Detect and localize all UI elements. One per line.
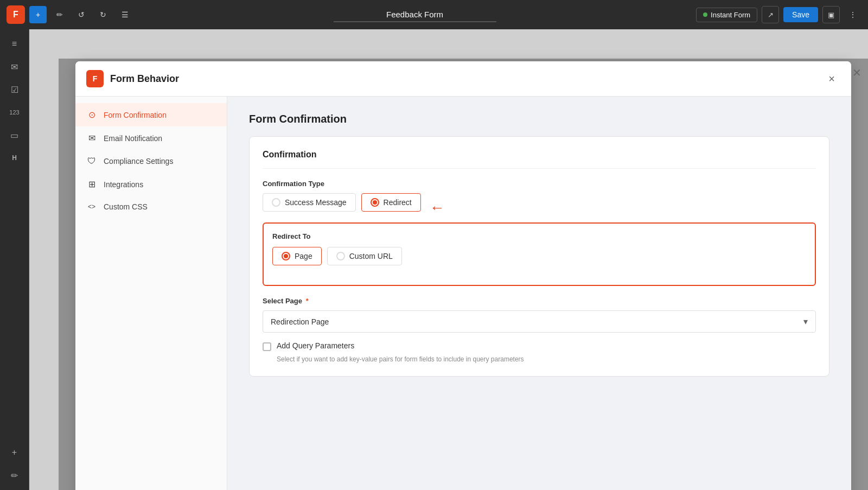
toolbar-logo: F xyxy=(7,5,25,24)
email-notification-icon: ✉ xyxy=(86,133,97,143)
modal-header: F Form Behavior × xyxy=(75,61,851,97)
add-query-checkbox[interactable] xyxy=(263,342,271,351)
right-close-button[interactable]: ✕ xyxy=(852,66,861,79)
modal-nav: ⊙ Form Confirmation ✉ Email Notification… xyxy=(75,97,227,490)
sidebar-icon-email[interactable]: ✉ xyxy=(4,56,25,77)
sidebar-icon-pencil[interactable]: ✏ xyxy=(4,465,25,486)
nav-item-custom-css[interactable]: <> Custom CSS xyxy=(75,196,227,218)
sidebar-icon-add[interactable]: + xyxy=(4,442,25,463)
radio-success-message[interactable]: Success Message xyxy=(263,193,356,212)
instant-form-button[interactable]: Instant Form xyxy=(696,8,757,22)
add-query-label: Add Query Parameters xyxy=(277,341,354,350)
sidebar-icon-layers[interactable]: ≡ xyxy=(4,34,25,54)
redirect-to-radio-group: Page Custom URL xyxy=(272,247,806,265)
radio-page-label: Page xyxy=(295,252,312,260)
nav-item-compliance-settings[interactable]: 🛡 Compliance Settings xyxy=(75,150,227,173)
radio-circle-page xyxy=(282,252,290,260)
sidebar-icon-device[interactable]: ▭ xyxy=(4,125,25,145)
radio-custom-url-label: Custom URL xyxy=(349,252,393,260)
more-button[interactable]: ⋮ xyxy=(844,6,861,23)
nav-label-form-confirmation: Form Confirmation xyxy=(104,111,167,119)
chevron-down-icon: ▾ xyxy=(803,316,808,327)
list-button[interactable]: ☰ xyxy=(116,6,133,23)
confirmation-type-row: Success Message Redirect ← xyxy=(263,193,816,222)
confirmation-type-radio-group: Success Message Redirect xyxy=(263,193,421,212)
modal-overlay: F Form Behavior × ⊙ Form Confirmation ✉ xyxy=(59,59,868,490)
select-page-value: Redirection Page xyxy=(271,317,329,326)
radio-page[interactable]: Page xyxy=(272,247,322,265)
select-page-dropdown[interactable]: Redirection Page ▾ xyxy=(263,310,816,333)
radio-circle-success xyxy=(272,198,280,207)
nav-item-integrations[interactable]: ⊞ Integrations xyxy=(75,173,227,196)
redirect-to-box: Redirect To Page Custom URL xyxy=(263,222,816,286)
add-query-hint: Select if you want to add key-value pair… xyxy=(277,355,816,363)
sidebar-icon-check[interactable]: ☑ xyxy=(4,79,25,100)
required-asterisk: * xyxy=(306,297,309,305)
modal-body: ⊙ Form Confirmation ✉ Email Notification… xyxy=(75,97,851,490)
instant-form-label: Instant Form xyxy=(711,11,750,19)
form-confirmation-icon: ⊙ xyxy=(86,110,97,120)
radio-redirect[interactable]: Redirect xyxy=(361,193,421,212)
arrow-annotation: ← xyxy=(430,199,445,217)
layout-button[interactable]: ▣ xyxy=(822,6,840,23)
form-title-input[interactable] xyxy=(334,8,496,22)
integrations-icon: ⊞ xyxy=(86,179,97,189)
edit-button[interactable]: ✏ xyxy=(51,6,68,23)
toolbar-right: Instant Form ↗ Save ▣ ⋮ xyxy=(696,6,861,23)
instant-form-status-dot xyxy=(703,12,707,17)
external-link-button[interactable]: ↗ xyxy=(762,6,779,23)
add-button[interactable]: + xyxy=(29,6,47,23)
top-toolbar: F + ✏ ↺ ↻ ☰ Instant Form ↗ Save ▣ ⋮ xyxy=(0,0,868,29)
radio-custom-url[interactable]: Custom URL xyxy=(327,247,402,265)
radio-success-label: Success Message xyxy=(285,198,347,207)
modal-title: Form Behavior xyxy=(110,73,179,85)
sidebar-icon-123[interactable]: 123 xyxy=(4,102,25,123)
main-layout: ≡ ✉ ☑ 123 ▭ H + ✏ ✕ F Form Behavior × xyxy=(0,29,868,490)
compliance-settings-icon: 🛡 xyxy=(86,156,97,166)
confirmation-type-label: Confirmation Type xyxy=(263,180,816,188)
undo-button[interactable]: ↺ xyxy=(73,6,90,23)
radio-redirect-label: Redirect xyxy=(384,198,412,207)
modal-content: Form Confirmation Confirmation Confirmat… xyxy=(227,97,851,490)
modal: F Form Behavior × ⊙ Form Confirmation ✉ xyxy=(75,61,851,490)
radio-circle-custom-url xyxy=(336,252,345,260)
redirect-to-label: Redirect To xyxy=(272,232,806,240)
nav-label-compliance-settings: Compliance Settings xyxy=(104,157,173,166)
select-page-label: Select Page * xyxy=(263,297,816,305)
nav-label-email-notification: Email Notification xyxy=(104,134,162,143)
nav-label-integrations: Integrations xyxy=(104,180,143,189)
card-title: Confirmation xyxy=(263,150,816,169)
confirmation-card: Confirmation Confirmation Type Success M… xyxy=(249,136,829,377)
sidebar-icons: ≡ ✉ ☑ 123 ▭ H + ✏ xyxy=(0,29,29,490)
radio-circle-redirect xyxy=(371,198,379,207)
nav-item-email-notification[interactable]: ✉ Email Notification xyxy=(75,126,227,150)
add-query-checkbox-row: Add Query Parameters xyxy=(263,341,816,351)
toolbar-center xyxy=(138,8,692,22)
content-title: Form Confirmation xyxy=(249,113,829,125)
save-button[interactable]: Save xyxy=(783,7,818,22)
modal-close-button[interactable]: × xyxy=(823,70,840,87)
custom-css-icon: <> xyxy=(86,203,97,211)
nav-label-custom-css: Custom CSS xyxy=(104,202,148,211)
sidebar-icon-h[interactable]: H xyxy=(4,148,25,168)
redo-button[interactable]: ↻ xyxy=(94,6,112,23)
modal-header-icon: F xyxy=(86,70,104,87)
nav-item-form-confirmation[interactable]: ⊙ Form Confirmation xyxy=(75,103,227,126)
